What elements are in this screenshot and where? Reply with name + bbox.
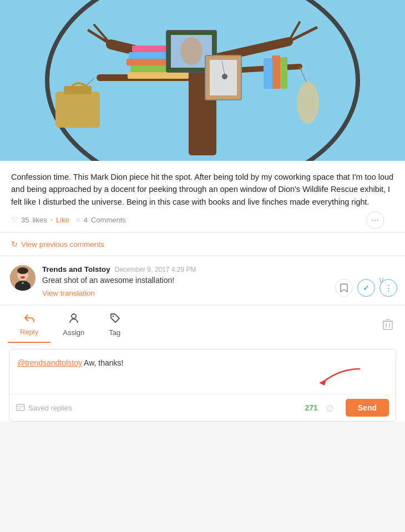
saved-replies-label: Saved replies (28, 404, 72, 412)
svg-point-36 (22, 282, 24, 284)
svg-point-38 (112, 316, 114, 317)
saved-replies-button[interactable]: Saved replies (16, 404, 72, 412)
send-button[interactable]: Send (346, 399, 389, 417)
like-button[interactable]: Like (56, 216, 69, 224)
svg-rect-39 (383, 321, 392, 330)
likes-count: 35 (21, 216, 29, 224)
commenter-name: Trends and Tolstoy (42, 265, 110, 273)
view-previous-link[interactable]: ↻ View previous comments (11, 240, 394, 249)
svg-rect-11 (128, 72, 189, 79)
tab-assign-label: Assign (63, 328, 84, 337)
hero-image (0, 0, 405, 161)
delete-button[interactable] (378, 315, 397, 334)
svg-point-37 (72, 314, 76, 318)
tab-assign[interactable]: Assign (50, 306, 97, 343)
action-tabs: Reply Assign Tag (0, 305, 405, 343)
svg-point-30 (222, 74, 227, 79)
more-comment-button[interactable]: ⋮ (379, 279, 397, 297)
tab-tag[interactable]: Tag (97, 306, 133, 343)
view-translation-link[interactable]: View translation (42, 289, 95, 297)
svg-point-34 (17, 267, 28, 274)
comments-label: Comments (91, 216, 126, 224)
svg-rect-27 (280, 57, 287, 89)
reply-textarea-wrapper: @trendsandtolstoy Aw, thanks! (9, 349, 396, 394)
svg-rect-23 (64, 86, 92, 94)
dot-separator: • (50, 216, 53, 224)
svg-rect-45 (17, 404, 24, 411)
avatar (10, 265, 36, 291)
svg-rect-26 (272, 55, 280, 89)
emoji-button[interactable]: ☺ (322, 400, 338, 416)
tag-icon (109, 312, 120, 326)
comment-section: Trends and Tolstoy December 9, 2017 4:29… (0, 256, 405, 305)
tab-reply[interactable]: Reply (8, 306, 50, 343)
main-container: Confession time. This Mark Dion piece hi… (0, 0, 405, 422)
comment-header: Trends and Tolstoy December 9, 2017 4:29… (42, 265, 395, 273)
tab-tag-label: Tag (109, 328, 120, 337)
view-previous-section: ↻ View previous comments (0, 232, 405, 255)
post-text: Confession time. This Mark Dion piece hi… (11, 171, 394, 208)
post-meta-row: ♡ 35 likes • Like ○ 4 Comments ··· (11, 216, 394, 224)
post-content: Confession time. This Mark Dion piece hi… (0, 161, 405, 232)
svg-point-25 (297, 82, 319, 124)
assign-icon (68, 312, 79, 326)
refresh-icon: ↻ (11, 240, 18, 249)
svg-rect-22 (55, 92, 100, 128)
comment-date: December 9, 2017 4:29 PM (115, 266, 196, 273)
comment-action-buttons: ✓ ⋮ (335, 279, 397, 297)
heart-icon: ♡ (11, 216, 18, 224)
svg-rect-28 (264, 58, 272, 89)
svg-point-35 (21, 276, 25, 278)
more-options-button[interactable]: ··· (366, 211, 384, 229)
tab-reply-label: Reply (20, 328, 38, 336)
hero-illustration (0, 0, 405, 161)
reply-footer: Saved replies 271 ☺ Send (9, 394, 396, 421)
post-meta: ♡ 35 likes • Like ○ 4 Comments (11, 216, 126, 224)
reply-box: @trendsandtolstoy Aw, thanks! Saved repl… (9, 349, 396, 422)
view-previous-label: View previous comments (21, 240, 104, 249)
check-button[interactable]: ✓ (357, 279, 375, 297)
reply-icon (24, 313, 35, 326)
char-count: 271 (305, 403, 317, 412)
svg-point-18 (180, 37, 202, 65)
comment-icon: ○ (76, 216, 80, 224)
likes-label: likes (32, 216, 47, 224)
bookmark-button[interactable] (335, 279, 353, 297)
comments-count: 4 (84, 216, 88, 224)
